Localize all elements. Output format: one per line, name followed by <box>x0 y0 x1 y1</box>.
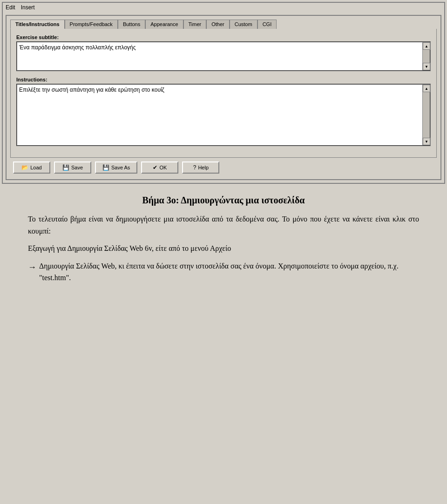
step-heading: Βήμα 3ο: Δημιουργώντας μια ιστοσελίδα <box>28 195 419 206</box>
save-button[interactable]: 💾 Save <box>54 161 91 174</box>
instructions-scrollbar[interactable]: ▲ ▼ <box>422 85 430 145</box>
main-panel: Exercise subtitle: ▲ ▼ Instructions: ▲ <box>10 29 437 158</box>
menu-edit[interactable]: Edit <box>5 4 16 11</box>
tab-prompts-feedback[interactable]: Prompts/Feedback <box>65 20 118 29</box>
tab-other[interactable]: Other <box>206 20 230 29</box>
help-icon: ? <box>193 164 196 171</box>
instr-scroll-up-btn[interactable]: ▲ <box>423 85 430 92</box>
tab-timer[interactable]: Timer <box>183 20 207 29</box>
scroll-track <box>423 50 430 63</box>
dialog-area: Titles/Instructions Prompts/Feedback But… <box>6 15 441 180</box>
body-paragraph2: Εξαγωγή για Δημιουργία Σελίδας Web 6v, ε… <box>28 242 419 255</box>
instructions-input[interactable] <box>17 85 422 145</box>
tab-bar: Titles/Instructions Prompts/Feedback But… <box>10 20 437 29</box>
lower-content: Βήμα 3ο: Δημιουργώντας μια ιστοσελίδα Το… <box>0 186 447 299</box>
button-row: 📂 Load 💾 Save 💾 Save As ✔ OK ? Help <box>10 158 437 175</box>
instr-scroll-track <box>423 92 430 138</box>
save-as-icon: 💾 <box>102 164 109 171</box>
help-button[interactable]: ? Help <box>182 161 219 174</box>
tab-custom[interactable]: Custom <box>230 20 257 29</box>
load-button[interactable]: 📂 Load <box>13 161 50 174</box>
tab-buttons[interactable]: Buttons <box>118 20 145 29</box>
scroll-up-btn[interactable]: ▲ <box>423 42 430 50</box>
menu-bar: Edit Insert <box>3 3 444 12</box>
subtitle-label: Exercise subtitle: <box>16 34 431 40</box>
save-as-button[interactable]: 💾 Save As <box>95 161 137 174</box>
subtitle-section: Exercise subtitle: ▲ ▼ <box>16 34 431 71</box>
subtitle-input[interactable] <box>17 42 422 70</box>
menu-insert[interactable]: Insert <box>20 4 36 11</box>
instr-scroll-down-btn[interactable]: ▼ <box>423 138 430 145</box>
instructions-container: ▲ ▼ <box>16 84 431 146</box>
arrow-paragraph: → Δημιουργία Σελίδας Web, κι έπειτα να δ… <box>28 260 419 284</box>
instructions-section: Instructions: ▲ ▼ <box>16 77 431 146</box>
ok-icon: ✔ <box>153 164 157 171</box>
subtitle-scrollbar[interactable]: ▲ ▼ <box>422 42 430 70</box>
save-icon: 💾 <box>62 164 69 171</box>
tab-cgi[interactable]: CGI <box>257 20 277 29</box>
arrow-icon: → <box>28 261 36 274</box>
tab-titles-instructions[interactable]: Titles/Instructions <box>10 20 65 29</box>
load-icon: 📂 <box>21 164 28 171</box>
ok-button[interactable]: ✔ OK <box>141 161 178 174</box>
instructions-label: Instructions: <box>16 77 431 82</box>
subtitle-container: ▲ ▼ <box>16 41 431 71</box>
tab-appearance[interactable]: Appearance <box>145 20 183 29</box>
scroll-down-btn[interactable]: ▼ <box>423 63 430 70</box>
body-paragraph1: Το τελευταίο βήμα είναι να δημιουργήσετε… <box>28 213 419 237</box>
